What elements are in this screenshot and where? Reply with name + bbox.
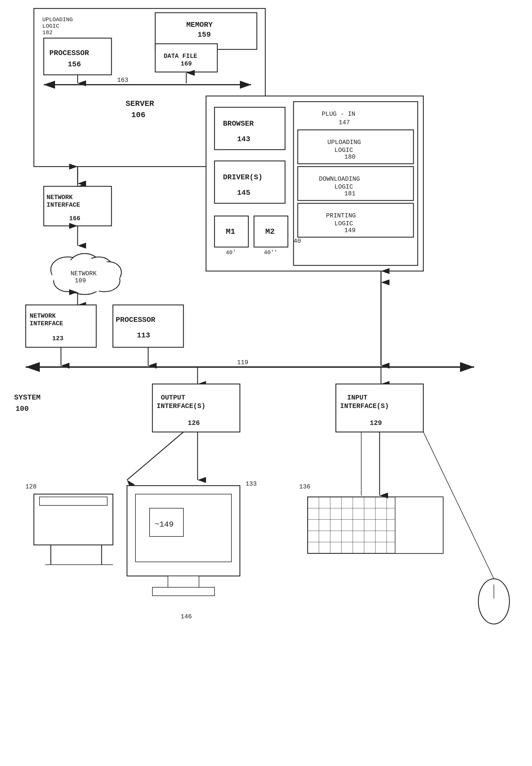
svg-text:163: 163 [117, 77, 128, 84]
svg-text:SYSTEM: SYSTEM [14, 393, 41, 402]
node-processor-113 [113, 305, 183, 347]
node-server: SERVER [104, 96, 178, 130]
svg-line-101 [127, 432, 183, 480]
node-m1 [214, 216, 248, 247]
svg-text:146: 146 [181, 613, 192, 620]
svg-text:LOGIC: LOGIC [42, 23, 59, 29]
svg-text:136: 136 [299, 483, 310, 491]
svg-rect-115 [152, 587, 214, 596]
svg-rect-105 [40, 497, 107, 506]
svg-text:133: 133 [246, 481, 257, 488]
svg-text:119: 119 [237, 359, 248, 366]
svg-text:169: 169 [181, 60, 192, 67]
svg-text:DATA FILE: DATA FILE [164, 53, 197, 60]
node-processor-156 [44, 38, 111, 75]
node-network-cloud [44, 246, 128, 292]
node-plugin [294, 102, 418, 265]
svg-rect-114 [168, 576, 199, 587]
node-output-interface [152, 384, 240, 432]
node-network-interface-123 [26, 305, 96, 347]
node-m2 [254, 216, 288, 247]
svg-text:~149: ~149 [155, 520, 174, 529]
svg-text:128: 128 [25, 483, 37, 491]
node-memory-159 [155, 14, 257, 51]
svg-text:UPLOADING: UPLOADING [42, 16, 73, 23]
svg-text:100: 100 [16, 405, 29, 413]
node-network-interface-166 [44, 186, 111, 226]
node-input-interface [336, 384, 423, 432]
diagram-container: UPLOADING LOGIC 182 MEMORY 159 PROCESSOR… [0, 0, 532, 766]
svg-rect-134 [395, 497, 443, 553]
svg-text:182: 182 [42, 29, 52, 36]
